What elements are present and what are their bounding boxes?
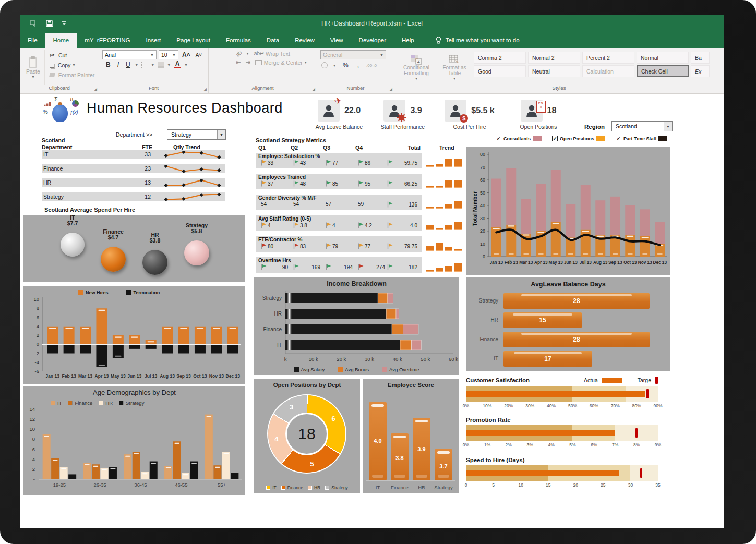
donut-slice-label: 4 <box>272 435 281 443</box>
svg-text:46-55: 46-55 <box>175 482 187 488</box>
ribbon-tab-insert[interactable]: Insert <box>138 33 169 48</box>
decimal-buttons[interactable]: .00 .0 <box>366 63 377 68</box>
style-cell[interactable]: Normal <box>637 52 689 64</box>
strategy-metrics-table: Scotland Strategy MetricsQ1Q2Q3Q4Total T… <box>256 137 464 278</box>
font-dialog-launcher[interactable]: ◢ <box>203 87 207 92</box>
number-dialog-launcher[interactable]: ◢ <box>389 87 392 92</box>
borders-icon[interactable] <box>141 62 148 68</box>
ribbon: Paste▾ ✂Cut Copy▾ Format Painter Clipboa… <box>20 48 724 94</box>
increase-font-icon[interactable]: A˄ <box>181 51 192 58</box>
ribbon-tab-my-reporting[interactable]: mY_rEPORTING <box>77 33 138 48</box>
align-top-icon[interactable]: ≡ <box>212 51 214 57</box>
ribbon-tab-page-layout[interactable]: Page Layout <box>169 33 218 48</box>
ribbon-tab-review[interactable]: Review <box>287 33 322 48</box>
font-color-icon[interactable]: A <box>174 61 182 68</box>
avg-leave-bar-finance: 28 <box>503 332 650 347</box>
style-cell[interactable]: Ba <box>691 52 710 64</box>
svg-text:Jan 13: Jan 13 <box>45 373 59 379</box>
qat-customize-icon[interactable] <box>62 20 67 27</box>
region-label: Region <box>584 124 605 130</box>
style-cell[interactable]: Good <box>474 65 526 77</box>
svg-text:6: 6 <box>32 446 35 452</box>
align-bottom-icon[interactable]: ≡ <box>228 51 231 57</box>
increase-indent-icon[interactable]: ⇥ <box>245 59 249 66</box>
copy-button[interactable]: Copy▾ <box>48 60 94 70</box>
legend-checkbox[interactable]: ✔ <box>616 136 621 141</box>
ribbon-tab-developer[interactable]: Developer <box>351 33 394 48</box>
fte-row-strategy: Strategy 12 <box>42 192 225 201</box>
format-as-table-icon <box>449 54 460 65</box>
fill-color-icon[interactable] <box>158 62 164 68</box>
clipboard-dialog-launcher[interactable]: ◢ <box>94 87 97 92</box>
svg-text:Mar 13: Mar 13 <box>78 373 92 379</box>
merge-center-icon <box>255 60 262 65</box>
ribbon-tab-home[interactable]: Home <box>45 33 77 48</box>
save-icon[interactable] <box>46 20 53 27</box>
style-cell[interactable]: Percent 2 <box>582 52 634 64</box>
ribbon-tab-formulas[interactable]: Formulas <box>218 33 259 48</box>
align-middle-icon[interactable]: ≡ <box>220 51 222 57</box>
svg-text:4: 4 <box>32 456 35 462</box>
logo-pie-icon <box>72 100 79 107</box>
ribbon-tab-view[interactable]: View <box>322 33 351 48</box>
comma-style-icon[interactable]: , <box>356 62 361 69</box>
conditional-formatting-button[interactable]: ≠ Conditional Formatting▾ <box>398 50 435 85</box>
score-bar-finance: 3.8 <box>391 433 409 480</box>
ribbon-tab-help[interactable]: Help <box>394 33 422 48</box>
legend-checkbox[interactable]: ✔ <box>552 136 558 141</box>
style-cell[interactable]: Calculation <box>582 65 634 77</box>
alignment-group: ≡ ≡ ≡ ab ▾ ab↩Wrap Text ≡ ≡ ≡ ⇤ ⇥ Merge … <box>209 48 317 93</box>
tell-me-box[interactable]: Tell me what you want to do <box>436 33 520 48</box>
orientation-icon[interactable]: ab <box>235 50 243 58</box>
alignment-dialog-launcher[interactable]: ◢ <box>312 87 315 92</box>
avg-leave-bar-it: 17 <box>503 351 592 367</box>
fte-row-hr: HR 13 <box>42 178 225 187</box>
svg-text:Jan 13: Jan 13 <box>490 260 503 265</box>
svg-text:Oct 13: Oct 13 <box>623 260 637 265</box>
format-painter-button[interactable]: Format Painter <box>48 70 94 80</box>
ribbon-tab-file[interactable]: File <box>20 33 45 48</box>
style-cell[interactable]: Check Cell <box>637 65 689 77</box>
bold-button[interactable]: B <box>104 61 112 68</box>
svg-text:May 13: May 13 <box>549 260 563 265</box>
merge-center-button[interactable]: Merge & Center▾ <box>255 59 307 66</box>
svg-text:10: 10 <box>29 426 35 432</box>
style-cell[interactable]: Comma 2 <box>474 52 526 64</box>
hires-termination-chart: -6-4-20246810Jan 13Feb 13Mar 13Apr 13May… <box>23 286 245 384</box>
decrease-font-icon[interactable]: A˅ <box>194 52 204 58</box>
ribbon-tab-data[interactable]: Data <box>259 33 287 48</box>
style-cell[interactable]: Normal 2 <box>528 52 580 64</box>
cell-styles-gallery: Comma 2Normal 2Percent 2NormalBaGoodNeut… <box>474 50 710 85</box>
svg-text:Jun 13: Jun 13 <box>127 373 141 379</box>
style-cell[interactable]: Ex <box>691 65 710 77</box>
svg-text:30: 30 <box>480 216 485 221</box>
paste-button[interactable]: Paste▾ <box>23 50 45 85</box>
dashboard-logo: Σ π % ƒ(x) <box>43 97 82 125</box>
spend-bubble-hr <box>142 250 167 275</box>
underline-button[interactable]: U <box>124 61 132 68</box>
italic-button[interactable]: I <box>116 61 121 68</box>
touch-mode-icon[interactable] <box>29 20 38 27</box>
align-left-icon[interactable]: ≡ <box>212 59 214 66</box>
number-format-select[interactable]: General▼ <box>320 50 386 59</box>
svg-text:Feb 13: Feb 13 <box>62 373 76 379</box>
svg-text:20 k: 20 k <box>337 356 346 362</box>
percent-style-icon[interactable]: % <box>341 62 350 69</box>
metrics-title: Scotland Strategy Metrics <box>256 137 464 143</box>
wrap-text-button[interactable]: ab↩Wrap Text <box>254 50 290 57</box>
accounting-format-icon[interactable] <box>321 62 328 68</box>
legend-checkbox[interactable]: ✔ <box>496 136 501 141</box>
region-dropdown[interactable]: Scotland▼ <box>611 121 673 131</box>
spend-bubble-strategy <box>184 240 209 265</box>
kpi-label: Open Positions <box>520 124 557 130</box>
cut-button[interactable]: ✂Cut <box>48 50 94 60</box>
format-as-table-button[interactable]: Format as Table▾ <box>439 50 470 85</box>
style-cell[interactable]: Neutral <box>528 65 580 77</box>
copy-icon <box>50 63 54 68</box>
font-size-select[interactable]: 10▼ <box>159 50 178 59</box>
align-center-icon[interactable]: ≡ <box>220 59 222 66</box>
font-family-select[interactable]: Arial▼ <box>102 50 157 59</box>
svg-text:55+: 55+ <box>218 482 226 488</box>
align-right-icon[interactable]: ≡ <box>228 59 231 66</box>
decrease-indent-icon[interactable]: ⇤ <box>236 59 240 66</box>
